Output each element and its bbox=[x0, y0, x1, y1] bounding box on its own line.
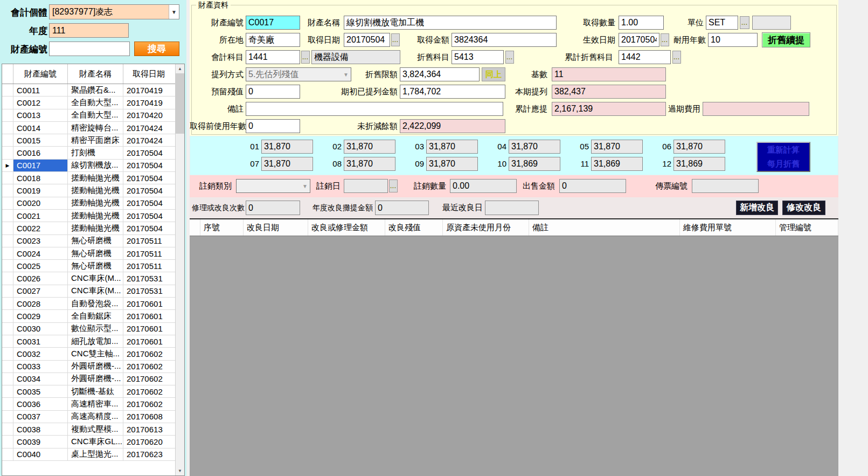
list-item[interactable]: C0036高速精密車...20170602 bbox=[2, 398, 175, 410]
cell-acq-date[interactable]: 20170424 bbox=[123, 134, 174, 146]
cell-asset-name[interactable]: 搓動軸拋光機 bbox=[68, 210, 123, 222]
location-input[interactable] bbox=[246, 33, 300, 47]
year-input[interactable] bbox=[49, 23, 129, 38]
cell-asset-name[interactable]: 全自動大型... bbox=[68, 96, 123, 108]
list-item[interactable]: C0024無心研磨機20170511 bbox=[2, 247, 175, 260]
writeoff-date-picker-button[interactable]: ... bbox=[389, 180, 398, 192]
improvement-table-body[interactable] bbox=[190, 236, 838, 476]
unit-input[interactable] bbox=[706, 16, 738, 30]
acq-date-picker-button[interactable]: ... bbox=[391, 33, 400, 46]
cell-asset-id[interactable]: C0018 bbox=[13, 172, 68, 184]
edit-improvement-button[interactable]: 修改改良 bbox=[782, 201, 825, 215]
cell-asset-name[interactable]: 高速精密車... bbox=[68, 398, 123, 410]
list-item[interactable]: C0026CNC車床(M...20170531 bbox=[2, 272, 175, 285]
list-item[interactable]: C0022搓動軸拋光機20170504 bbox=[2, 222, 175, 234]
cell-asset-name[interactable]: 全自動大型... bbox=[68, 109, 123, 121]
acct-input[interactable] bbox=[246, 50, 300, 64]
cell-asset-name[interactable]: 桌上型拋光... bbox=[68, 449, 123, 460]
cell-asset-id[interactable]: C0038 bbox=[13, 423, 68, 435]
vertical-scrollbar[interactable]: ▲ ▼ bbox=[175, 64, 184, 475]
depreciation-continue-button[interactable]: 折舊續提 bbox=[762, 32, 810, 47]
cell-acq-date[interactable]: 20170601 bbox=[123, 323, 174, 335]
dep-acct-input[interactable] bbox=[452, 50, 504, 64]
cell-asset-name[interactable]: 無心研磨機 bbox=[68, 260, 123, 272]
list-item[interactable]: C0038複動式壓模...20170613 bbox=[2, 423, 175, 436]
salvage-input[interactable] bbox=[246, 85, 300, 99]
header-asset-name[interactable]: 財產名稱 bbox=[68, 64, 123, 84]
cell-asset-name[interactable]: 聚晶鑽石&... bbox=[68, 84, 123, 96]
cell-asset-id[interactable]: C0014 bbox=[13, 122, 68, 134]
cell-asset-id[interactable]: C0036 bbox=[13, 398, 68, 410]
list-item[interactable]: C0021搓動軸拋光機20170504 bbox=[2, 210, 175, 222]
list-item[interactable]: C0028自動發泡袋...20170601 bbox=[2, 298, 175, 310]
cell-asset-id[interactable]: C0040 bbox=[13, 449, 68, 460]
cell-acq-date[interactable]: 20170419 bbox=[123, 96, 174, 108]
begin-dep-input[interactable] bbox=[400, 85, 505, 99]
header-acq-date[interactable]: 取得日期 bbox=[123, 64, 174, 84]
cell-asset-id[interactable]: C0031 bbox=[13, 335, 68, 347]
recalc-monthly-button[interactable]: 重新計算 每月折舊 bbox=[756, 142, 810, 172]
cell-asset-id[interactable]: C0021 bbox=[13, 210, 68, 222]
cell-asset-id[interactable]: C0015 bbox=[13, 134, 68, 146]
cell-asset-id[interactable]: C0020 bbox=[13, 197, 68, 209]
eff-date-picker-button[interactable]: ... bbox=[661, 33, 669, 46]
cell-asset-id[interactable]: C0025 bbox=[13, 260, 68, 272]
accum-acct-lookup-button[interactable]: ... bbox=[672, 51, 681, 64]
asset-no-search-input[interactable] bbox=[49, 42, 130, 56]
cell-asset-id[interactable]: C0030 bbox=[13, 323, 68, 335]
header-asset-id[interactable]: 財產編號 bbox=[13, 64, 68, 84]
scrollbar-thumb[interactable] bbox=[176, 73, 184, 134]
scroll-down-icon[interactable]: ▼ bbox=[176, 466, 184, 475]
cell-asset-name[interactable]: 搓動軸拋光機 bbox=[68, 197, 123, 209]
list-item[interactable]: C0014精密旋轉台...20170424 bbox=[2, 122, 175, 134]
cell-acq-date[interactable]: 20170602 bbox=[123, 398, 174, 410]
accum-acct-input[interactable] bbox=[619, 50, 671, 64]
cell-asset-name[interactable]: 外圓研磨機-... bbox=[68, 361, 123, 372]
list-item[interactable]: C0027CNC車床(M...20170531 bbox=[2, 285, 175, 298]
cell-asset-id[interactable]: C0013 bbox=[13, 109, 68, 121]
life-years-input[interactable] bbox=[708, 33, 758, 47]
cell-acq-date[interactable]: 20170504 bbox=[123, 197, 174, 209]
cell-asset-name[interactable]: 高速高精度... bbox=[68, 411, 123, 423]
cell-asset-name[interactable]: 無心研磨機 bbox=[68, 235, 123, 247]
cell-asset-id[interactable]: C0033 bbox=[13, 361, 68, 372]
detail-header-col[interactable]: 原資產未使用月份 bbox=[443, 219, 529, 236]
list-item[interactable]: C0020搓動軸拋光機20170504 bbox=[2, 197, 175, 210]
qty-input[interactable] bbox=[619, 16, 664, 30]
cell-asset-id[interactable]: C0028 bbox=[13, 298, 68, 309]
cell-acq-date[interactable]: 20170601 bbox=[123, 335, 174, 347]
chevron-down-icon[interactable]: ▼ bbox=[169, 5, 179, 19]
cell-asset-name[interactable]: 精密旋轉台... bbox=[68, 122, 123, 134]
cell-asset-name[interactable]: CNC車床(M... bbox=[68, 272, 123, 284]
cell-acq-date[interactable]: 20170504 bbox=[123, 210, 174, 222]
detail-header-col[interactable]: 維修費用單號 bbox=[680, 219, 776, 236]
cell-acq-date[interactable]: 20170511 bbox=[123, 235, 174, 247]
dep-acct-lookup-button[interactable]: ... bbox=[505, 51, 514, 64]
cell-acq-date[interactable]: 20170608 bbox=[123, 411, 174, 423]
cell-asset-name[interactable]: CNC車床(M... bbox=[68, 285, 123, 297]
cell-acq-date[interactable]: 20170613 bbox=[123, 423, 174, 435]
cell-asset-id[interactable]: C0039 bbox=[13, 436, 68, 447]
cell-asset-name[interactable]: CNC車床GL... bbox=[68, 436, 123, 447]
cell-asset-name[interactable]: 精密平面磨床 bbox=[68, 134, 123, 146]
list-item[interactable]: C0037高速高精度...20170608 bbox=[2, 411, 175, 423]
cell-asset-id[interactable]: C0035 bbox=[13, 385, 68, 397]
cell-acq-date[interactable]: 20170504 bbox=[123, 172, 174, 184]
list-item[interactable]: C0032CNC雙主軸...20170602 bbox=[2, 348, 175, 360]
cell-acq-date[interactable]: 20170511 bbox=[123, 247, 174, 259]
cell-asset-id[interactable]: C0026 bbox=[13, 272, 68, 284]
scroll-up-icon[interactable]: ▲ bbox=[176, 64, 184, 73]
list-item[interactable]: C0019搓動軸拋光機20170504 bbox=[2, 184, 175, 197]
list-item[interactable]: C0018搓動軸拋光機20170504 bbox=[2, 172, 175, 184]
cell-asset-name[interactable]: 搓動軸拋光機 bbox=[68, 172, 123, 184]
cell-asset-name[interactable]: 搓動軸拋光機 bbox=[68, 222, 123, 234]
cell-asset-id[interactable]: C0034 bbox=[13, 373, 68, 385]
cell-asset-id[interactable]: C0022 bbox=[13, 222, 68, 234]
cell-asset-name[interactable]: CNC雙主軸... bbox=[68, 348, 123, 360]
acq-amount-input[interactable] bbox=[452, 33, 557, 47]
list-item[interactable]: C0029全自動鋸床20170601 bbox=[2, 310, 175, 322]
cell-asset-id[interactable]: C0032 bbox=[13, 348, 68, 360]
cell-asset-id[interactable]: C0037 bbox=[13, 411, 68, 423]
cell-asset-name[interactable]: 搓動軸拋光機 bbox=[68, 184, 123, 196]
cell-asset-name[interactable]: 複動式壓模... bbox=[68, 423, 123, 435]
